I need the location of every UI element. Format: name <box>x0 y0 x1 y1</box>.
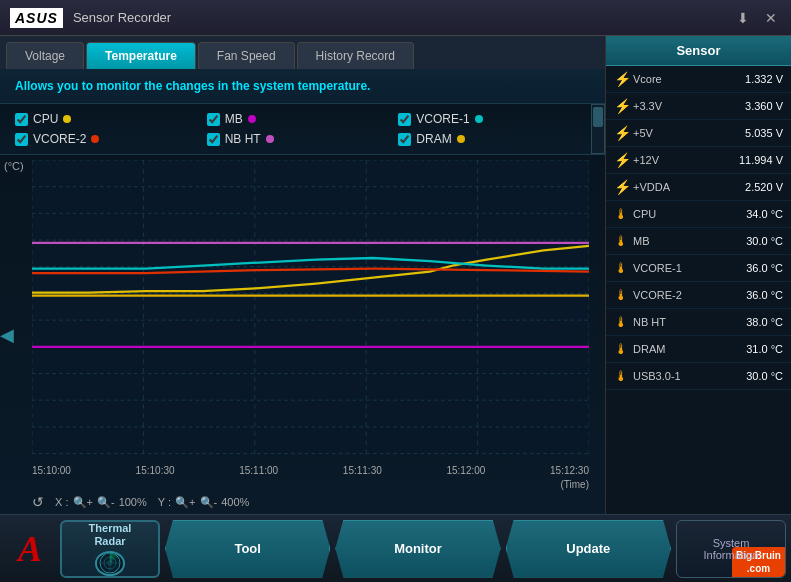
sensor-name: +VDDA <box>633 181 740 193</box>
zoom-reset-btn[interactable]: ↺ <box>32 494 44 510</box>
zoom-out-y-btn[interactable]: 🔍- <box>200 496 218 509</box>
checkbox-mb: MB <box>207 112 399 126</box>
sensor-icon: ⚡ <box>614 179 628 195</box>
main-container: Voltage Temperature Fan Speed History Re… <box>0 36 791 514</box>
sensor-item: 🌡 NB HT 38.0 °C <box>606 309 791 336</box>
y-zoom-value: 400% <box>221 496 249 508</box>
system-info-button[interactable]: SystemInformation Big.Bruin.com <box>676 520 786 578</box>
description-text: Allows you to monitor the changes in the… <box>0 69 605 104</box>
tab-fanspeed[interactable]: Fan Speed <box>198 42 295 69</box>
sensor-name: VCORE-1 <box>633 262 741 274</box>
x-label-0: 15:10:00 <box>32 465 71 476</box>
checkbox-vcore2: VCORE-2 <box>15 132 207 146</box>
mb-color-dot <box>248 115 256 123</box>
sensor-value: 36.0 °C <box>746 289 783 301</box>
chart-svg-container: 44 42 40 38 36 34 32 30 28 26 24 22 <box>32 160 589 454</box>
asus-bottom-logo: A <box>5 520 55 578</box>
vcore2-color-dot <box>91 135 99 143</box>
zoom-out-x-btn[interactable]: 🔍- <box>97 496 115 509</box>
sensor-name: USB3.0-1 <box>633 370 741 382</box>
chart-svg: 44 42 40 38 36 34 32 30 28 26 24 22 <box>32 160 589 454</box>
system-info-label: SystemInformation <box>703 537 758 561</box>
checkbox-vcore1-label: VCORE-1 <box>416 112 469 126</box>
sensor-item: ⚡ +VDDA 2.520 V <box>606 174 791 201</box>
download-button[interactable]: ⬇ <box>733 10 753 26</box>
sensor-value: 11.994 V <box>739 154 783 166</box>
sensor-icon: ⚡ <box>614 71 628 87</box>
sensor-name: CPU <box>633 208 741 220</box>
chart-left-arrow[interactable]: ◀ <box>0 324 14 346</box>
sensor-name: MB <box>633 235 741 247</box>
checkbox-vcore1: VCORE-1 <box>398 112 590 126</box>
checkbox-mb-label: MB <box>225 112 243 126</box>
asus-logo: ASUS <box>10 8 63 28</box>
svg-rect-0 <box>32 160 589 454</box>
sensor-icon: 🌡 <box>614 260 628 276</box>
close-button[interactable]: ✕ <box>761 10 781 26</box>
sensor-value: 38.0 °C <box>746 316 783 328</box>
checkbox-cpu: CPU <box>15 112 207 126</box>
x-label-5: 15:12:30 <box>550 465 589 476</box>
vcore1-color-dot <box>475 115 483 123</box>
sensor-value: 5.035 V <box>745 127 783 139</box>
sensor-name: Vcore <box>633 73 740 85</box>
asus-logo-icon: A <box>18 528 42 570</box>
sensor-icon: 🌡 <box>614 314 628 330</box>
sensor-icon: 🌡 <box>614 206 628 222</box>
checkbox-scrollbar[interactable] <box>591 104 605 154</box>
sensor-item: 🌡 DRAM 31.0 °C <box>606 336 791 363</box>
sensor-item: ⚡ +12V 11.994 V <box>606 147 791 174</box>
checkboxes-area: CPU VCORE-2 MB NB HT <box>0 104 605 155</box>
app-title: Sensor Recorder <box>73 10 733 25</box>
x-time-label: (Time) <box>560 479 589 490</box>
right-panel: Sensor ⚡ Vcore 1.332 V ⚡ +3.3V 3.360 V ⚡… <box>606 36 791 514</box>
checkbox-vcore2-input[interactable] <box>15 133 28 146</box>
radar-sweep <box>97 553 123 574</box>
update-button[interactable]: Update <box>506 520 671 578</box>
x-label-3: 15:11:30 <box>343 465 382 476</box>
checkbox-col-1: CPU VCORE-2 <box>15 112 207 146</box>
y-zoom-label: Y : <box>158 496 171 508</box>
sensor-name: NB HT <box>633 316 741 328</box>
sensor-item: ⚡ Vcore 1.332 V <box>606 66 791 93</box>
sensor-icon: ⚡ <box>614 98 628 114</box>
checkbox-vcore2-label: VCORE-2 <box>33 132 86 146</box>
dram-color-dot <box>457 135 465 143</box>
checkbox-dram-input[interactable] <box>398 133 411 146</box>
sensor-icon: ⚡ <box>614 152 628 168</box>
sensor-name: +3.3V <box>633 100 740 112</box>
sensor-name: VCORE-2 <box>633 289 741 301</box>
tool-button[interactable]: Tool <box>165 520 330 578</box>
checkbox-nbht-input[interactable] <box>207 133 220 146</box>
thermal-radar-button[interactable]: ThermalRadar <box>60 520 160 578</box>
chart-area: (°C) ◀ <box>0 155 605 514</box>
sensor-value: 2.520 V <box>745 181 783 193</box>
zoom-controls: ↺ X : 🔍+ 🔍- 100% Y : 🔍+ 🔍- 400% <box>32 494 249 510</box>
zoom-in-x-btn[interactable]: 🔍+ <box>73 496 93 509</box>
sensor-name: +5V <box>633 127 740 139</box>
monitor-button[interactable]: Monitor <box>335 520 500 578</box>
checkbox-vcore1-input[interactable] <box>398 113 411 126</box>
sensor-list[interactable]: ⚡ Vcore 1.332 V ⚡ +3.3V 3.360 V ⚡ +5V 5.… <box>606 66 791 514</box>
x-label-4: 15:12:00 <box>446 465 485 476</box>
tab-voltage[interactable]: Voltage <box>6 42 84 69</box>
cpu-color-dot <box>63 115 71 123</box>
x-label-1: 15:10:30 <box>136 465 175 476</box>
checkbox-cpu-label: CPU <box>33 112 58 126</box>
tab-bar: Voltage Temperature Fan Speed History Re… <box>0 36 605 69</box>
checkbox-nbht-label: NB HT <box>225 132 261 146</box>
sensor-item: ⚡ +5V 5.035 V <box>606 120 791 147</box>
sensor-icon: 🌡 <box>614 233 628 249</box>
y-axis-label: (°C) <box>4 160 24 172</box>
zoom-in-y-btn[interactable]: 🔍+ <box>175 496 195 509</box>
sensor-name: +12V <box>633 154 734 166</box>
tab-temperature[interactable]: Temperature <box>86 42 196 69</box>
checkbox-col-3: VCORE-1 DRAM <box>398 112 590 146</box>
sensor-icon: 🌡 <box>614 341 628 357</box>
sensor-item: ⚡ +3.3V 3.360 V <box>606 93 791 120</box>
title-bar: ASUS Sensor Recorder ⬇ ✕ <box>0 0 791 36</box>
checkbox-mb-input[interactable] <box>207 113 220 126</box>
tab-historyrecord[interactable]: History Record <box>297 42 414 69</box>
bottom-bar: A ThermalRadar Tool Monitor Update Syste… <box>0 514 791 582</box>
checkbox-cpu-input[interactable] <box>15 113 28 126</box>
